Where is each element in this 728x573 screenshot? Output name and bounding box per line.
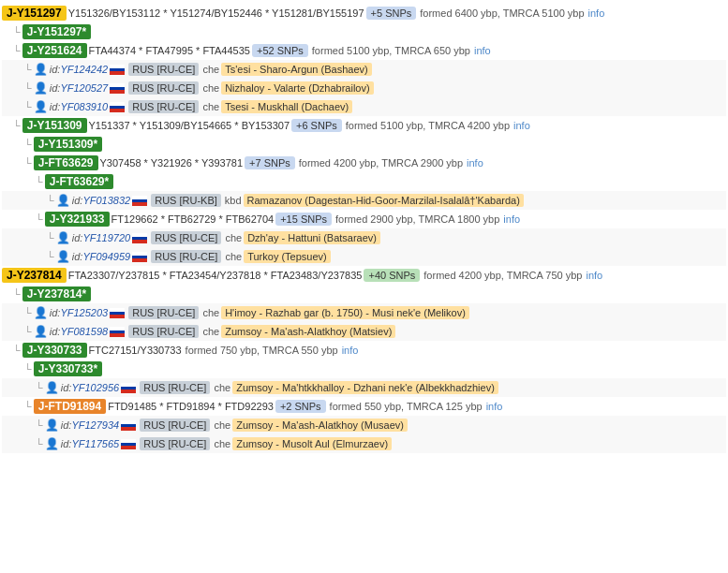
hg-row-jft63629-asterisk: └ J-FT63629* <box>2 172 726 191</box>
jy251624-snp-text: FTA44374 * FTA47995 * FTA44535 <box>89 45 250 56</box>
connector-icon: └ <box>24 401 32 412</box>
jy251624-info-link[interactable]: info <box>474 45 491 56</box>
role-badge: che <box>225 232 242 243</box>
location-badge: RUS [RU-CE] <box>140 381 210 394</box>
hg-row-jy330733-asterisk: └ J-Y330733* <box>2 360 726 378</box>
place-name: Ts'esi - Sharo-Argun (Bashaev) <box>221 63 372 76</box>
person-icon: 👤 <box>56 194 70 207</box>
tree-container: J-Y151297 Y151326/BY153112 * Y151274/BY1… <box>0 0 728 457</box>
jy237814-info-link[interactable]: info <box>586 270 602 281</box>
person-icon: 👤 <box>56 231 70 244</box>
jy321933-info-link[interactable]: info <box>503 213 520 225</box>
role-badge: che <box>202 326 219 337</box>
hg-label-jftd91894[interactable]: J-FTD91894 <box>34 399 106 414</box>
jy237814-snp-text: FTA23307/Y237815 * FTA23454/Y237818 * FT… <box>68 270 363 281</box>
flag-russia <box>121 420 136 431</box>
role-badge: che <box>202 64 219 75</box>
hg-label-jy237814[interactable]: J-Y237814 <box>2 268 67 283</box>
flag-russia <box>132 196 147 206</box>
hg-label-jy151297-asterisk[interactable]: J-Y151297* <box>22 24 91 39</box>
jy321933-formed: formed 2900 ybp, TMRCA 1800 ybp <box>335 213 499 225</box>
place-name: Turkoy (Tepsuev) <box>244 250 331 263</box>
hg-label-jy330733-asterisk[interactable]: J-Y330733* <box>34 361 102 376</box>
person-row-yf117565: └ 👤 id:YF117565 RUS [RU-CE] che Zumsoy -… <box>2 434 726 453</box>
person-id-yf102956[interactable]: id:YF102956 <box>61 382 119 393</box>
location-badge: RUS [RU-CE] <box>128 81 199 95</box>
flag-russia <box>121 383 136 393</box>
location-badge: RUS [RU-CE] <box>128 306 199 319</box>
location-badge: RUS [RU-KB] <box>151 194 221 207</box>
connector-icon: └ <box>47 251 54 262</box>
connector-icon: └ <box>24 101 32 112</box>
role-badge: che <box>202 307 219 318</box>
jy251624-snp-badge: +52 SNPs <box>252 44 308 57</box>
connector-icon: └ <box>13 345 21 356</box>
hg-label-jft63629[interactable]: J-FT63629 <box>34 155 98 170</box>
hg-label-jy321933[interactable]: J-Y321933 <box>45 212 110 227</box>
role-badge: che <box>214 382 230 393</box>
flag-russia <box>110 327 125 337</box>
place-name: Zumsoy - Ma'ash-Alatkhoy (Matsiev) <box>221 325 395 338</box>
role-badge: kbd <box>225 195 242 206</box>
hg-row-jy237814-asterisk: └ J-Y237814* <box>2 285 726 303</box>
connector-icon: └ <box>13 45 21 56</box>
jy321933-snp-badge: +15 SNPs <box>275 213 332 226</box>
jy330733-info-link[interactable]: info <box>342 345 359 356</box>
person-row-yf119720: └ 👤 id:YF119720 RUS [RU-CE] che Dzh'ay -… <box>2 228 726 247</box>
jy151309-info-link[interactable]: info <box>513 120 530 131</box>
hg-label-jy251624[interactable]: J-Y251624 <box>22 43 87 58</box>
location-badge: RUS [RU-CE] <box>128 100 199 113</box>
place-name: Dzh'ay - Hattuni (Batsaraev) <box>244 231 380 244</box>
jy151309-formed: formed 5100 ybp, TMRCA 4200 ybp <box>346 120 510 131</box>
person-icon: 👤 <box>34 325 48 338</box>
connector-icon: └ <box>24 363 32 375</box>
connector-icon: └ <box>24 157 32 169</box>
place-name: Zumsoy - Ma'htkkhalloy - Dzhani nek'e (A… <box>232 381 498 394</box>
root-info-link[interactable]: info <box>588 7 605 19</box>
person-icon: 👤 <box>34 63 48 76</box>
person-id-yf013832[interactable]: id:YF013832 <box>72 195 130 206</box>
person-row-yf013832: └ 👤 id:YF013832 RUS [RU-KB] kbd Ramazano… <box>2 191 726 210</box>
hg-label-jy330733[interactable]: J-Y330733 <box>22 343 87 358</box>
person-id-yf120527[interactable]: id:YF120527 <box>50 82 108 94</box>
place-name: Zumsoy - Musolt Aul (Elmurzaev) <box>232 437 392 450</box>
flag-russia <box>121 439 136 449</box>
root-haplogroup-label[interactable]: J-Y151297 <box>2 6 67 21</box>
hg-label-jy151309[interactable]: J-Y151309 <box>22 118 87 133</box>
jy321933-snp-text: FT129662 * FTB62729 * FTB62704 <box>111 213 275 225</box>
place-name: H'imoy - Razhab gar (b. 1750) - Musi nek… <box>221 306 469 319</box>
location-badge: RUS [RU-CE] <box>140 419 210 432</box>
connector-icon: └ <box>24 64 32 75</box>
person-row-yf124242: └ 👤 id:YF124242 RUS [RU-CE] che Ts'esi -… <box>2 60 726 79</box>
jftd91894-formed: formed 550 ybp, TMRCA 125 ybp <box>330 401 483 412</box>
flag-russia <box>132 233 147 243</box>
person-id-yf119720[interactable]: id:YF119720 <box>72 232 130 243</box>
jy151309-snp-text: Y151337 * Y151309/BY154665 * BY153307 <box>89 120 290 131</box>
place-name: Tsesi - Muskhall (Dachaev) <box>221 100 352 113</box>
jft63629-formed: formed 4200 ybp, TMRCA 2900 ybp <box>299 157 463 169</box>
location-badge: RUS [RU-CE] <box>128 325 199 338</box>
jftd91894-snp-text: FTD91485 * FTD91894 * FTD92293 <box>108 401 274 412</box>
hg-label-jft63629-asterisk[interactable]: J-FT63629* <box>45 174 113 189</box>
jftd91894-info-link[interactable]: info <box>486 401 503 412</box>
jft63629-info-link[interactable]: info <box>467 157 483 169</box>
person-icon: 👤 <box>34 81 48 95</box>
connector-icon: └ <box>13 120 21 131</box>
person-row-yf083910: └ 👤 id:YF083910 RUS [RU-CE] che Tsesi - … <box>2 97 726 116</box>
person-id-yf081598[interactable]: id:YF081598 <box>50 326 108 337</box>
location-badge: RUS [RU-CE] <box>151 231 221 244</box>
person-row-yf081598: └ 👤 id:YF081598 RUS [RU-CE] che Zumsoy -… <box>2 322 726 341</box>
person-row-yf127934: └ 👤 id:YF127934 RUS [RU-CE] che Zumsoy -… <box>2 416 726 434</box>
person-id-yf117565[interactable]: id:YF117565 <box>61 438 119 449</box>
flag-russia <box>132 252 147 262</box>
person-id-yf127934[interactable]: id:YF127934 <box>61 419 119 431</box>
person-id-yf094959[interactable]: id:YF094959 <box>72 251 130 262</box>
person-id-yf083910[interactable]: id:YF083910 <box>50 101 108 112</box>
hg-label-jy237814-asterisk[interactable]: J-Y237814* <box>22 286 91 301</box>
hg-row-jy330733: └ J-Y330733 FTC27151/Y330733 formed 750 … <box>2 341 726 360</box>
hg-label-jy151309-asterisk[interactable]: J-Y151309* <box>34 137 102 152</box>
flag-russia <box>110 102 125 112</box>
role-badge: che <box>202 82 219 94</box>
person-id-yf124242[interactable]: id:YF124242 <box>50 64 108 75</box>
person-id-yf125203[interactable]: id:YF125203 <box>50 307 108 318</box>
